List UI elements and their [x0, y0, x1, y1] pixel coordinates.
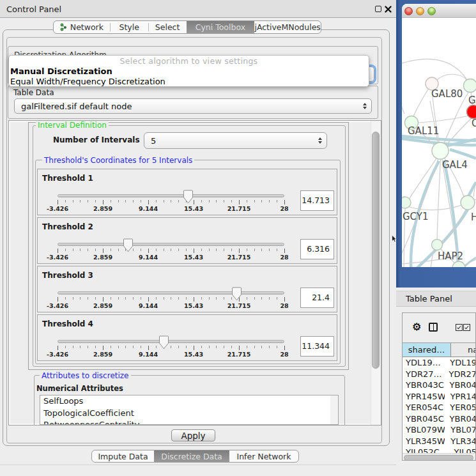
network-edge[interactable]	[436, 74, 468, 81]
attribute-item[interactable]: SelfLoops	[40, 395, 338, 408]
tab-network[interactable]: Network	[54, 21, 110, 33]
threshold-value-field[interactable]: 6.316	[300, 239, 334, 259]
table-row[interactable]: YPR145WYPR14	[403, 391, 476, 403]
tab-impute-data[interactable]: Impute Data	[92, 450, 154, 462]
network-edge[interactable]	[450, 150, 476, 158]
tick-label: 21.715	[227, 302, 251, 309]
table-row[interactable]: YDR27…YDR27	[403, 369, 476, 380]
network-edge[interactable]	[418, 115, 472, 123]
slider-track[interactable]	[58, 194, 284, 197]
network-icon	[60, 23, 67, 31]
tick-label: 9.144	[139, 351, 158, 358]
tick-label: 28	[280, 205, 288, 212]
tab-cyni-toolbox[interactable]: Cyni Toolbox	[187, 21, 255, 33]
network-window-titlebar	[402, 4, 476, 18]
tab-infer-network[interactable]: Infer Network	[229, 450, 298, 462]
tick-label: 21.715	[227, 351, 251, 358]
main-scrollbar-thumb[interactable]	[372, 132, 380, 369]
slider-major-ticks	[58, 200, 286, 204]
gal4-node[interactable]	[432, 142, 449, 159]
tick-label: -3.426	[47, 351, 68, 358]
close-icon[interactable]	[385, 6, 392, 13]
node-label-gcy1: GCY1	[403, 211, 429, 222]
threshold-panel-3: Threshold 3 -3.4262.8599.14415.4321.7152…	[37, 266, 337, 312]
table-panel-title: Table Panel	[406, 294, 452, 303]
slider-track[interactable]	[58, 340, 284, 343]
slider-thumb[interactable]	[231, 287, 242, 301]
tab-style[interactable]: Style	[111, 21, 148, 33]
threshold-value-field[interactable]: 14.713	[300, 190, 334, 211]
slider-thumb[interactable]	[158, 335, 169, 349]
tick-label: 2.859	[93, 205, 112, 212]
slider-major-ticks	[58, 249, 286, 253]
gear-icon[interactable]: ⚙	[412, 321, 421, 333]
slider-thumb[interactable]	[123, 238, 134, 252]
number-of-intervals-spinner[interactable]: 5	[144, 132, 327, 149]
table-row[interactable]: YLR345WYLR34	[403, 436, 476, 447]
gcy1-node[interactable]	[402, 197, 411, 208]
tick-label: 2.859	[93, 302, 112, 309]
table-row[interactable]: YBR043CYBR04	[403, 380, 476, 391]
slider-track[interactable]	[58, 243, 284, 246]
numerical-attributes-list: SelfLoopsTopologicalCoefficientBetweenne…	[40, 395, 339, 425]
tab-select[interactable]: Select	[149, 21, 187, 33]
checkbox-icon[interactable]	[463, 324, 470, 331]
minimize-light-icon[interactable]	[416, 7, 424, 15]
tab-discretize-data[interactable]: Discretize Data	[154, 450, 229, 462]
table-row[interactable]: YIL052CYIL05	[403, 447, 476, 453]
network-canvas[interactable]: GAL80GACGAL11GAL4HGCY1HAP2	[402, 18, 476, 267]
cyni-mode-tabs: Impute Data Discretize Data Infer Networ…	[91, 450, 299, 463]
top-right-node[interactable]	[464, 79, 476, 93]
slider-thumb[interactable]	[183, 190, 194, 204]
zoom-light-icon[interactable]	[427, 7, 436, 15]
attribute-item[interactable]: BetweennessCentrality	[40, 419, 338, 425]
tick-label: 15.43	[184, 351, 203, 358]
control-panel-tabs: Network Style Select Cyni Toolbox jActiv…	[53, 20, 321, 34]
network-edge[interactable]	[413, 87, 430, 118]
apply-button[interactable]: Apply	[171, 429, 215, 441]
checkbox-icon[interactable]	[456, 324, 463, 331]
red-node[interactable]	[467, 105, 476, 119]
column-header-name[interactable]: na	[451, 343, 476, 357]
number-of-intervals-value: 5	[151, 136, 156, 146]
attributes-scrollbar-track[interactable]	[330, 395, 339, 425]
table-hscrollbar-thumb[interactable]	[404, 455, 473, 461]
spinner-arrows-icon	[318, 137, 322, 144]
node-label-ga: GA	[468, 95, 476, 106]
table-row[interactable]: YER054CYER05	[403, 402, 476, 413]
dropdown-option-equal-width[interactable]: Equal Width/Frequency Discretization	[9, 77, 369, 87]
threshold-coordinates-group-title: Threshold's Coordinates for 5 Intervals	[42, 156, 194, 165]
float-window-icon[interactable]	[375, 6, 381, 12]
tab-jactivemnodules[interactable]: jActiveMNodules	[254, 21, 321, 33]
node-label-gal80: GAL80	[431, 88, 463, 100]
h-node[interactable]	[461, 196, 475, 210]
tick-label: 28	[280, 302, 288, 309]
dropdown-option-manual[interactable]: Manual Discretization	[9, 66, 369, 77]
table-row[interactable]: YBL079WYBL07	[403, 424, 476, 436]
column-header-shared-name[interactable]: shared…	[403, 343, 451, 357]
attribute-item[interactable]: TopologicalCoefficient	[40, 408, 338, 420]
threshold-value-field[interactable]: 11.344	[300, 336, 334, 357]
close-light-icon[interactable]	[404, 7, 413, 15]
columns-icon[interactable]	[429, 323, 438, 332]
node-label-gal4: GAL4	[442, 159, 468, 171]
hap2-node[interactable]	[432, 240, 443, 250]
threshold-panel-4: Threshold 4 -3.4262.8599.14415.4321.7152…	[37, 314, 337, 361]
network-edge[interactable]	[402, 107, 404, 114]
mouse-cursor	[391, 234, 397, 243]
threshold-value-field[interactable]: 21.4	[300, 288, 334, 308]
slider-track[interactable]	[58, 291, 284, 295]
interval-definition-group-title: Interval Definition	[36, 121, 109, 130]
table-data-combobox[interactable]: galFiltered.sif default node	[14, 98, 372, 114]
tick-label: -3.426	[47, 205, 68, 212]
dropdown-hint-item[interactable]: Select algorithm to view settings	[9, 56, 369, 66]
table-row[interactable]: YDL19…YDL19	[403, 357, 476, 369]
threshold-label: Threshold 3	[42, 271, 93, 280]
tick-label: 2.859	[93, 351, 112, 358]
table-data-group-title: Table Data	[12, 88, 56, 97]
tick-label: 2.859	[93, 254, 112, 261]
attributes-group-title: Attributes to discretize	[40, 371, 131, 380]
table-hscrollbar-track[interactable]	[403, 453, 476, 461]
table-row[interactable]: YBR045CYBR04	[403, 413, 476, 425]
node-label-hap2: HAP2	[438, 250, 463, 262]
